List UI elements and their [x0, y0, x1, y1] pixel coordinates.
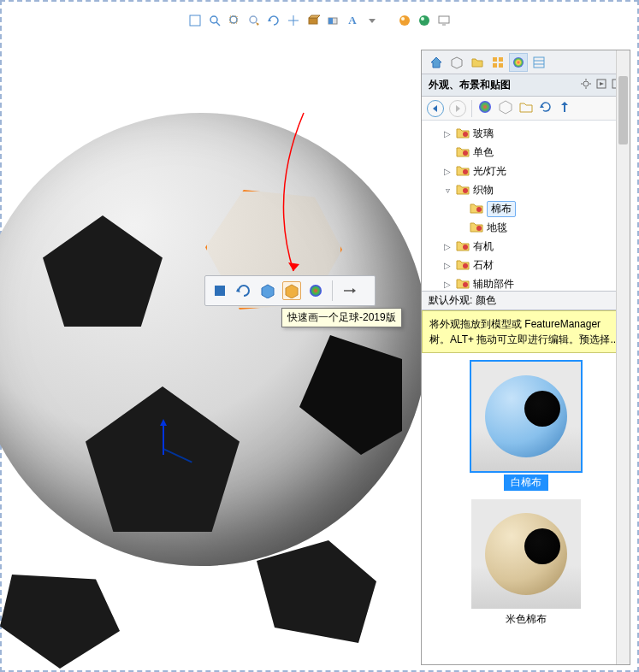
svg-marker-28 [352, 288, 356, 293]
tree-expander-icon[interactable]: ▿ [442, 186, 453, 195]
svg-rect-13 [328, 18, 333, 24]
display-style-icon[interactable] [305, 12, 322, 29]
folder-icon [456, 277, 470, 292]
tab-resources[interactable] [447, 53, 466, 72]
svg-marker-14 [369, 19, 376, 23]
appearance-thumbnail[interactable]: 米色棉布 [471, 499, 581, 627]
appearances-root-icon[interactable] [477, 99, 493, 117]
refresh-icon[interactable] [539, 100, 553, 116]
appearance-thumbnails[interactable]: 白棉布米色棉布 [422, 353, 630, 664]
svg-rect-19 [439, 16, 449, 23]
tree-item-label: 地毯 [487, 221, 507, 235]
svg-point-35 [513, 57, 524, 68]
tab-home[interactable] [427, 53, 446, 72]
svg-point-5 [250, 16, 257, 23]
up-arrow-icon[interactable] [558, 100, 571, 116]
appearance-tree[interactable]: ▷玻璃单色▷光/灯光▿织物棉布地毯▷有机▷石材▷辅助部件▷布景 [422, 121, 630, 292]
soccer-ball-model[interactable] [0, 113, 428, 566]
svg-marker-25 [286, 285, 298, 298]
folder-icon [470, 221, 483, 235]
pan-icon[interactable] [285, 12, 302, 29]
back-arrow-icon[interactable] [427, 100, 444, 117]
gear-icon[interactable] [580, 78, 592, 92]
svg-rect-22 [215, 286, 225, 296]
status-text: 默认外观: 颜色 [429, 293, 496, 308]
svg-rect-10 [309, 18, 317, 24]
ball-patch-black-5 [0, 575, 120, 669]
tab-appearance[interactable] [509, 53, 528, 72]
tree-item[interactable]: ▷辅助部件 [425, 274, 626, 292]
viewport-3d[interactable]: 快速画一个足球-2019版 [9, 36, 419, 669]
scrollbar-track[interactable] [616, 353, 630, 664]
svg-rect-34 [499, 63, 503, 68]
folder-icon [456, 183, 470, 197]
context-tooltip: 快速画一个足球-2019版 [281, 308, 402, 327]
tree-expander-icon[interactable]: ▷ [442, 242, 453, 251]
ctx-pin-icon[interactable] [340, 281, 358, 300]
svg-marker-48 [433, 105, 437, 112]
tree-item-label: 单色 [473, 145, 494, 160]
svg-point-56 [463, 150, 468, 156]
ctx-select-face-icon[interactable] [210, 281, 229, 300]
tree-expander-icon[interactable]: ▷ [442, 129, 453, 139]
ctx-select-body-icon[interactable] [258, 281, 277, 300]
folder-icon [470, 202, 483, 216]
folder-icon [456, 164, 470, 179]
help-line-2: 树。ALT+ 拖动可立即进行编辑。预选择... [429, 332, 622, 347]
svg-point-3 [230, 16, 237, 23]
svg-point-39 [583, 81, 589, 86]
appearance-thumbnail[interactable]: 白棉布 [471, 362, 581, 491]
dropdown-icon[interactable] [364, 12, 381, 29]
thumbnail-label: 白棉布 [504, 475, 548, 491]
tree-item-label: 光/灯光 [473, 164, 506, 179]
tree-item[interactable]: ▿织物 [425, 180, 626, 199]
annotation-arrow [252, 109, 321, 282]
svg-marker-29 [431, 57, 441, 68]
tree-item-label: 辅助部件 [473, 277, 514, 292]
svg-marker-51 [500, 101, 512, 114]
tree-item[interactable]: ▷玻璃 [425, 124, 626, 143]
svg-marker-30 [452, 57, 462, 68]
tree-item[interactable]: 棉布 [425, 199, 626, 218]
svg-point-60 [476, 226, 482, 231]
svg-marker-49 [456, 105, 460, 112]
tree-item-label: 有机 [473, 239, 494, 254]
svg-rect-36 [534, 57, 544, 68]
view-normal-icon[interactable] [186, 12, 204, 29]
zoom-fit-icon[interactable] [206, 12, 223, 29]
appearance-sphere-1-icon[interactable] [396, 12, 413, 29]
zoom-area-icon[interactable] [226, 12, 243, 29]
ctx-select-component-icon[interactable] [282, 281, 301, 300]
tree-item[interactable]: 单色 [425, 143, 626, 162]
rotate-icon[interactable] [265, 12, 282, 29]
tab-view[interactable] [488, 53, 507, 72]
tree-item[interactable]: ▷石材 [425, 256, 626, 274]
thumbnail-label: 米色棉布 [506, 612, 547, 627]
svg-rect-31 [493, 57, 497, 62]
tree-item[interactable]: ▷有机 [425, 237, 626, 256]
decals-root-icon[interactable] [518, 99, 534, 117]
tree-expander-icon[interactable]: ▷ [442, 261, 453, 270]
svg-point-18 [421, 17, 424, 21]
tab-properties[interactable] [530, 53, 548, 72]
svg-marker-6 [256, 22, 259, 26]
svg-marker-11 [309, 15, 320, 18]
autoshow-icon[interactable] [595, 78, 607, 92]
annotation-a-icon[interactable]: A [344, 12, 361, 29]
appearance-sphere-2-icon[interactable] [416, 12, 433, 29]
forward-arrow-icon[interactable] [449, 100, 466, 117]
tab-folder[interactable] [468, 53, 487, 72]
svg-line-2 [216, 22, 220, 26]
monitor-icon[interactable] [435, 12, 453, 29]
svg-point-61 [463, 245, 468, 250]
svg-marker-24 [262, 285, 274, 298]
scenes-root-icon[interactable] [498, 99, 513, 117]
tree-expander-icon[interactable]: ▷ [442, 167, 453, 176]
section-view-icon[interactable] [324, 12, 341, 29]
tree-item[interactable]: 地毯 [425, 218, 626, 237]
zoom-select-icon[interactable] [246, 12, 263, 29]
tree-expander-icon[interactable]: ▷ [442, 280, 453, 289]
ctx-rotate-icon[interactable] [234, 281, 253, 300]
tree-item[interactable]: ▷光/灯光 [425, 162, 626, 180]
ctx-appearance-icon[interactable] [306, 281, 325, 300]
